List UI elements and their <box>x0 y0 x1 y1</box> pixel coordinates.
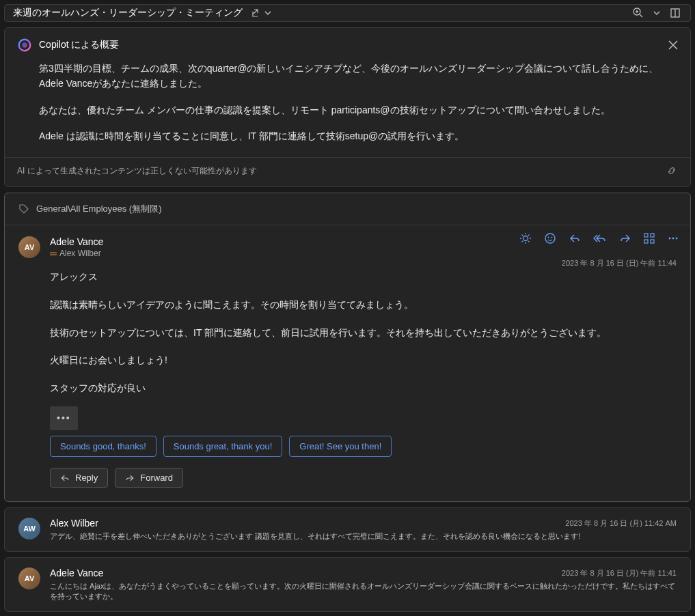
svg-rect-12 <box>644 240 648 243</box>
expand-button[interactable] <box>668 6 682 20</box>
svg-point-9 <box>551 237 553 238</box>
svg-point-14 <box>669 238 671 240</box>
svg-rect-11 <box>651 234 654 237</box>
copilot-action-button[interactable] <box>519 232 532 244</box>
link-icon <box>666 165 678 177</box>
chevron-down-icon <box>264 10 271 16</box>
reply-action-button[interactable]: Reply <box>50 468 108 488</box>
message-preview: こんにちは Ajaxは、あなたがうまくやっていることを願っています。次の火曜日に… <box>50 581 677 602</box>
expand-icon <box>670 8 681 18</box>
forward-icon <box>125 473 135 483</box>
suggested-reply[interactable]: Great! See you then! <box>289 436 392 457</box>
sensitivity-label: General\All Employees (無制限) <box>5 193 690 225</box>
open-window-dropdown[interactable] <box>251 8 271 18</box>
copilot-sources-button[interactable] <box>666 165 678 177</box>
copilot-icon <box>17 38 32 53</box>
svg-point-8 <box>548 237 549 238</box>
copilot-summary-title: Copilot による概要 <box>39 39 662 51</box>
svg-point-6 <box>523 236 528 241</box>
reply-all-icon <box>593 232 607 244</box>
ai-disclaimer: AI によって生成されたコンテンツは正しくない可能性があります <box>17 165 257 177</box>
chevron-down-icon[interactable] <box>653 10 660 16</box>
zoom-icon <box>632 7 644 19</box>
copilot-summary-card: Copilot による概要 第3四半期の目標、チームの成果、次のquarter@… <box>4 27 691 188</box>
svg-point-3 <box>22 42 27 47</box>
reply-button[interactable] <box>569 232 581 244</box>
tag-icon <box>18 204 29 214</box>
reply-icon <box>569 232 581 244</box>
suggested-replies: Sounds good, thanks! Sounds great, thank… <box>50 436 677 457</box>
reply-all-button[interactable] <box>593 232 607 244</box>
copilot-summary-line: 第3四半期の目標、チームの成果、次のquarter@の新しいイニシアチブなど、今… <box>39 61 678 92</box>
message-card-collapsed[interactable]: AW Alex Wilber 2023 年 8 月 16 日 (月) 11:42… <box>4 507 691 552</box>
svg-point-16 <box>676 238 678 240</box>
svg-rect-5 <box>50 254 57 255</box>
svg-rect-4 <box>50 252 57 253</box>
recipient-badge-icon <box>50 250 57 257</box>
message-card: General\All Employees (無制限) AV Adele Van… <box>4 193 691 502</box>
avatar[interactable]: AV <box>18 236 40 258</box>
message-card-collapsed[interactable]: AV Adele Vance 2023 年 8 月 16 日 (月) 午前 11… <box>4 557 691 612</box>
message-date: 2023 年 8 月 16 日 (日) 午前 11:44 <box>562 258 677 268</box>
svg-rect-13 <box>651 240 654 243</box>
react-button[interactable] <box>544 232 556 244</box>
message-recipient[interactable]: Alex Wilber <box>50 249 677 258</box>
suggested-reply[interactable]: Sounds good, thanks! <box>50 436 156 457</box>
avatar[interactable]: AV <box>18 568 40 589</box>
more-actions-button[interactable] <box>667 232 679 244</box>
svg-point-7 <box>545 234 555 243</box>
copilot-summary-line: Adele は認識に時間を割り当てることに同意し、IT 部門に連絡して技術set… <box>39 128 678 143</box>
forward-action-button[interactable]: Forward <box>115 468 183 488</box>
expand-quoted-button[interactable]: ••• <box>50 406 78 430</box>
svg-rect-10 <box>644 234 648 237</box>
zoom-button[interactable] <box>631 6 645 20</box>
reply-icon <box>60 473 70 483</box>
avatar[interactable]: AW <box>18 518 40 540</box>
sun-icon <box>519 232 532 244</box>
more-icon <box>667 232 679 244</box>
smiley-icon <box>544 232 556 244</box>
close-summary-button[interactable] <box>668 40 678 50</box>
conversation-titlebar: 来週のオールハンズ・リーダーシップ・ミーティング <box>4 4 691 22</box>
message-date: 2023 年 8 月 16 日 (月) 11:42 AM <box>565 518 677 529</box>
open-external-icon <box>251 8 262 18</box>
suggested-reply[interactable]: Sounds great, thank you! <box>163 436 283 457</box>
conversation-subject: 来週のオールハンズ・リーダーシップ・ミーティング <box>13 7 243 19</box>
message-sender: Adele Vance <box>50 568 103 578</box>
svg-point-15 <box>672 238 674 240</box>
message-sender: Alex Wilber <box>50 518 98 529</box>
message-preview: アデル、絶賛に手を差し伸べいただきありがとうございます 議題を見直し、それはすべ… <box>50 531 677 542</box>
message-body: アレックス 認識は素晴らしいアイデアのように聞こえます。その時間を割り当ててみま… <box>50 268 677 430</box>
forward-icon <box>619 232 631 244</box>
message-toolbar <box>519 232 679 244</box>
apps-icon <box>644 233 655 244</box>
close-icon <box>668 40 678 50</box>
apps-button[interactable] <box>644 233 655 244</box>
copilot-summary-line: あなたは、優れたチーム メンバーの仕事の認識を提案し、リモート particip… <box>39 102 678 117</box>
forward-button-icon[interactable] <box>619 232 631 244</box>
message-date: 2023 年 8 月 16 日 (月) 午前 11:41 <box>562 568 677 578</box>
